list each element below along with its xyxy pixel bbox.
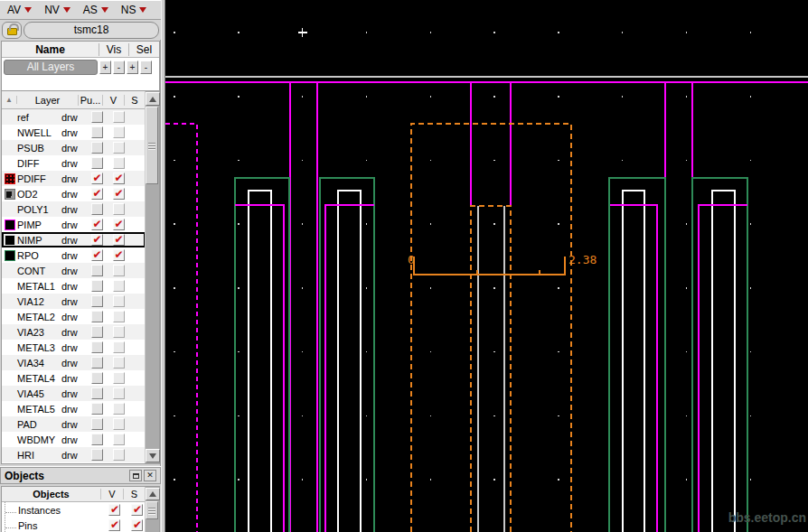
visibility-checkbox[interactable] — [91, 126, 103, 138]
selectable-checkbox[interactable] — [113, 403, 125, 415]
visibility-checkbox[interactable] — [91, 341, 103, 353]
scroll-up-button[interactable] — [146, 488, 160, 500]
close-panel-button[interactable]: ✕ — [144, 470, 156, 481]
selectable-checkbox[interactable] — [113, 249, 125, 261]
selectable-checkbox[interactable] — [113, 142, 125, 154]
selectable-checkbox[interactable] — [131, 519, 143, 531]
pimp-dashed-region[interactable] — [165, 124, 197, 532]
visibility-checkbox[interactable] — [91, 173, 103, 184]
layer-row-metal4[interactable]: METAL4drw — [2, 370, 146, 386]
selectable-checkbox[interactable] — [113, 265, 125, 276]
visibility-checkbox[interactable] — [91, 295, 103, 307]
layer-row-pimp[interactable]: PIMPdrw — [2, 217, 146, 232]
visibility-checkbox[interactable] — [91, 203, 103, 215]
selectable-checkbox[interactable] — [113, 326, 125, 338]
selection-box-outer[interactable] — [411, 124, 571, 532]
layer-row-via12[interactable]: VIA12drw — [2, 294, 146, 309]
visibility-checkbox[interactable] — [91, 387, 103, 399]
scroll-thumb[interactable] — [146, 501, 158, 519]
pimp-notch-2[interactable] — [325, 205, 374, 532]
menu-ns[interactable]: NS — [114, 1, 153, 19]
visibility-checkbox[interactable] — [108, 504, 120, 516]
visibility-checkbox[interactable] — [91, 418, 103, 430]
sort-arrow-icon[interactable]: ▲ — [2, 96, 17, 104]
float-panel-button[interactable] — [129, 470, 142, 481]
layer-row-via45[interactable]: VIA45drw — [2, 386, 146, 401]
selectable-checkbox[interactable] — [131, 504, 143, 516]
layer-row-ref[interactable]: refdrw — [2, 109, 146, 125]
selectable-checkbox[interactable] — [113, 234, 125, 246]
visibility-checkbox[interactable] — [91, 372, 103, 384]
poly-gate-4[interactable] — [712, 191, 735, 532]
layer-row-rpo[interactable]: RPOdrw — [2, 247, 146, 263]
layer-row-via34[interactable]: VIA34drw — [2, 355, 146, 370]
visibility-checkbox[interactable] — [91, 326, 103, 338]
visibility-checkbox[interactable] — [91, 142, 103, 154]
visibility-checkbox[interactable] — [91, 357, 103, 369]
ruler[interactable] — [414, 257, 565, 275]
lock-button[interactable] — [2, 22, 22, 39]
layer-row-pdiff[interactable]: PDIFFdrw — [2, 171, 146, 186]
scroll-thumb[interactable] — [146, 107, 158, 184]
layer-row-psub[interactable]: PSUBdrw — [2, 140, 146, 155]
layer-row-cont[interactable]: CONTdrw — [2, 263, 146, 278]
selectable-checkbox[interactable] — [113, 341, 125, 353]
selectable-checkbox[interactable] — [113, 203, 125, 215]
pimp-notch-1[interactable] — [235, 205, 284, 532]
layer-row-metal5[interactable]: METAL5drw — [2, 401, 146, 416]
scroll-down-button[interactable] — [146, 449, 160, 462]
visibility-checkbox[interactable] — [91, 311, 103, 322]
poly-gate-3[interactable] — [623, 191, 644, 532]
selectable-checkbox[interactable] — [113, 311, 125, 322]
layout-canvas[interactable]: 02.38 — [165, 0, 808, 532]
selectable-checkbox[interactable] — [113, 449, 125, 461]
visibility-checkbox[interactable] — [108, 519, 120, 531]
tech-lib-select[interactable]: tsmc18 — [23, 22, 159, 39]
layer-row-metal3[interactable]: METAL3drw — [2, 340, 146, 355]
layer-row-wbdmy[interactable]: WBDMYdrw — [2, 432, 146, 447]
object-row-pins[interactable]: Pins — [5, 518, 148, 532]
layer-row-hri[interactable]: HRIdrw — [2, 447, 146, 462]
menu-av[interactable]: AV — [0, 1, 37, 19]
ruler-start-label[interactable]: 0 — [408, 253, 415, 266]
selectable-checkbox[interactable] — [113, 418, 125, 430]
visibility-checkbox[interactable] — [91, 265, 103, 276]
visibility-checkbox[interactable] — [91, 434, 103, 445]
rpo-region-1[interactable] — [235, 178, 289, 532]
selectable-checkbox[interactable] — [113, 295, 125, 307]
visibility-checkbox[interactable] — [91, 234, 103, 246]
visibility-checkbox[interactable] — [91, 188, 103, 200]
selectable-checkbox[interactable] — [113, 280, 125, 292]
rpo-region-4[interactable] — [692, 178, 747, 532]
selectable-checkbox[interactable] — [113, 111, 125, 123]
selectable-checkbox[interactable] — [113, 173, 125, 184]
selectable-checkbox[interactable] — [113, 219, 125, 230]
selectable-checkbox[interactable] — [113, 157, 125, 169]
layer-row-diff[interactable]: DIFFdrw — [2, 155, 146, 171]
objects-title-bar[interactable]: Objects ✕ — [0, 467, 161, 484]
menu-nv[interactable]: NV — [37, 1, 76, 19]
layer-row-metal2[interactable]: METAL2drw — [2, 309, 146, 324]
visibility-checkbox[interactable] — [91, 249, 103, 261]
layer-row-pad[interactable]: PADdrw — [2, 416, 146, 432]
visibility-checkbox[interactable] — [91, 449, 103, 461]
visibility-checkbox[interactable] — [91, 111, 103, 123]
layer-row-via23[interactable]: VIA23drw — [2, 324, 146, 340]
pimp-notch-3[interactable] — [610, 205, 657, 532]
visibility-checkbox[interactable] — [91, 157, 103, 169]
ruler-end-label[interactable]: 2.38 — [568, 253, 597, 266]
vis-plus-button[interactable]: + — [99, 61, 111, 74]
all-layers-button[interactable]: All Layers — [4, 60, 98, 75]
selectable-checkbox[interactable] — [113, 357, 125, 369]
visibility-checkbox[interactable] — [91, 280, 103, 292]
selectable-checkbox[interactable] — [113, 372, 125, 384]
sel-plus-button[interactable]: + — [127, 61, 138, 74]
scroll-up-button[interactable] — [146, 92, 160, 106]
layer-scrollbar[interactable] — [145, 91, 159, 463]
vis-minus-button[interactable]: - — [113, 61, 125, 74]
layer-row-metal1[interactable]: METAL1drw — [2, 278, 146, 294]
visibility-checkbox[interactable] — [91, 403, 103, 415]
selectable-checkbox[interactable] — [113, 126, 125, 138]
poly-gate-1[interactable] — [249, 191, 271, 532]
objects-scrollbar[interactable] — [145, 487, 159, 532]
